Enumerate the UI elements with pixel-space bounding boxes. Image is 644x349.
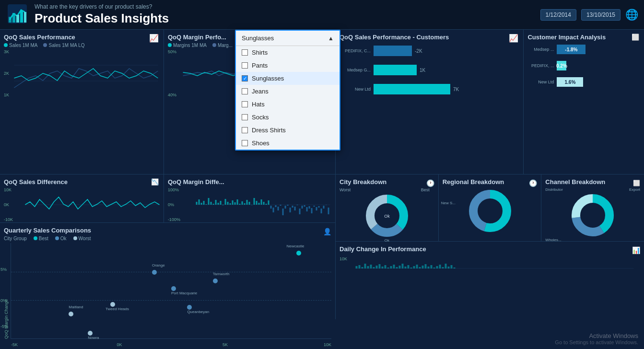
qoq-sales-diff-svg	[14, 187, 170, 222]
svg-rect-108	[436, 266, 438, 268]
dropdown-item-pants[interactable]: Pants	[236, 59, 340, 72]
svg-rect-60	[313, 206, 315, 207]
qoq-sales-diff-chart: 10K 0K -10K	[4, 187, 160, 222]
right-top-section: QoQ Sales Performance - Customers 📈 PEDI…	[336, 30, 644, 174]
channel-breakdown-donut: Wholes...	[545, 194, 640, 242]
y-label-2k: 2K	[4, 71, 9, 76]
svg-rect-107	[433, 268, 435, 268]
svg-rect-38	[260, 199, 262, 205]
svg-rect-16	[208, 198, 209, 205]
header-title: Product Sales Insights	[35, 11, 540, 26]
header-controls: 1/12/2014 13/10/2015 🌐	[540, 9, 638, 21]
dropdown-label-pants: Pants	[252, 62, 268, 69]
svg-rect-51	[292, 206, 293, 208]
daily-change-icon: 📊	[632, 246, 640, 254]
header-question: What are the key drivers of our product …	[35, 3, 540, 10]
wfall-label-newltd: New Ltd	[527, 80, 554, 84]
dropdown-checkbox-socks[interactable]	[242, 114, 248, 120]
svg-rect-54	[299, 209, 300, 214]
date-to[interactable]: 13/10/2015	[581, 9, 621, 21]
bar-label-pedifix: PEDIFIX, C...	[340, 48, 371, 53]
product-filter-dropdown[interactable]: Sunglasses ▲ Shirts Pants ✓ Sunglasses J…	[235, 30, 340, 151]
svg-rect-23	[224, 199, 226, 205]
qoq-sales-perf-chart: 3K 2K 1K	[4, 49, 160, 97]
dropdown-checkbox-shoes[interactable]	[242, 140, 248, 146]
scatter-point-queanbeyan: Queanbeyan	[187, 305, 192, 310]
svg-rect-94	[396, 267, 398, 268]
bar-fill-medsep	[374, 65, 417, 75]
regional-label-news: New S...	[441, 201, 456, 205]
svg-rect-101	[416, 265, 418, 268]
svg-rect-55	[301, 206, 303, 209]
bar-value-newltd: 7K	[453, 87, 459, 92]
bar-row-pedifix: PEDIFIX, C... -2K	[340, 46, 519, 56]
svg-rect-99	[410, 268, 412, 268]
dropdown-checkbox-hats[interactable]	[242, 101, 248, 107]
svg-rect-1	[9, 17, 12, 23]
dropdown-header[interactable]: Sunglasses ▲	[236, 31, 340, 46]
dropdown-checkbox-sunglasses[interactable]: ✓	[242, 75, 248, 81]
quarterly-header: Quarterly Sales Comparisons 👤	[4, 227, 331, 236]
globe-icon[interactable]: 🌐	[625, 9, 638, 21]
wfall-row-newltd: New Ltd 1.6%	[527, 77, 640, 87]
left-bottom-top: QoQ Sales Difference 📉 10K 0K -10K QoQ	[0, 174, 335, 223]
dropdown-label-shirts: Shirts	[252, 49, 268, 56]
dropdown-checkbox-pants[interactable]	[242, 62, 248, 69]
y-label-10k: 10K	[4, 187, 13, 192]
dropdown-item-shirts[interactable]: Shirts	[236, 46, 340, 59]
dropdown-checkbox-jeans[interactable]	[242, 88, 248, 94]
svg-rect-109	[439, 265, 441, 268]
svg-rect-44	[275, 205, 276, 207]
svg-rect-37	[258, 203, 259, 205]
svg-rect-62	[318, 206, 319, 208]
dropdown-item-shoes[interactable]: Shoes	[236, 137, 340, 150]
scatter-chart-area: QoQ Margin Change 5% 0% -5% Newcastle	[4, 243, 331, 339]
svg-rect-48	[284, 206, 286, 209]
header: What are the key drivers of our product …	[0, 0, 644, 30]
date-from[interactable]: 1/12/2014	[540, 9, 576, 21]
regional-breakdown-panel: Regional Breakdown 🕐 New S...	[439, 174, 542, 241]
svg-rect-102	[419, 267, 421, 268]
qoq-sales-diff-y-labels: 10K 0K -10K	[4, 187, 13, 222]
svg-rect-112	[448, 267, 450, 268]
svg-rect-64	[323, 206, 324, 209]
quarterly-sales-panel: Quarterly Sales Comparisons 👤 City Group…	[0, 223, 335, 343]
city-label-best: Best	[421, 187, 430, 192]
svg-rect-65	[325, 205, 327, 205]
customer-impact-chart: Medsep ... -1.8% PEDIFIX, ... 0.2% New L…	[527, 45, 640, 87]
svg-rect-98	[408, 265, 410, 268]
scatter-point-tamworth: Tamworth	[213, 279, 218, 283]
y-label-0pct: 0%	[168, 202, 180, 207]
dropdown-item-hats[interactable]: Hats	[236, 98, 340, 111]
dropdown-item-sunglasses[interactable]: ✓ Sunglasses	[236, 72, 340, 85]
y-label-neg10k: -10K	[4, 217, 13, 222]
customer-impact-title: Customer Impact Analysis	[527, 34, 640, 41]
dropdown-checkbox-shirts[interactable]	[242, 49, 248, 56]
svg-rect-45	[277, 207, 279, 210]
dropdown-checkbox-dress-shirts[interactable]	[242, 127, 248, 133]
dropdown-label-sunglasses: Sunglasses	[252, 75, 284, 82]
svg-rect-90	[385, 265, 386, 268]
channel-label-export: Export	[629, 187, 640, 192]
qoq-margin-diff-y-labels: 100% 0% -100%	[168, 187, 180, 222]
qoq-sales-diff-title: QoQ Sales Difference	[4, 178, 160, 186]
breakdown-row: City Breakdown 🕐 Worst Best Ok	[336, 174, 644, 242]
bar-label-newltd: New Ltd	[340, 87, 371, 92]
scatter-point-orange: Orange	[152, 270, 157, 275]
wfall-row-medsep: Medsep ... -1.8%	[527, 45, 640, 54]
svg-rect-56	[304, 205, 305, 207]
legend-city-group: City Group	[4, 236, 27, 241]
svg-rect-113	[451, 265, 453, 268]
svg-rect-93	[393, 265, 395, 268]
svg-rect-27	[234, 202, 235, 205]
dropdown-item-jeans[interactable]: Jeans	[236, 85, 340, 98]
qoq-sales-perf-svg	[12, 49, 160, 97]
dropdown-item-dress-shirts[interactable]: Dress Shirts	[236, 124, 340, 137]
dropdown-item-socks[interactable]: Socks	[236, 111, 340, 124]
svg-rect-61	[316, 207, 317, 210]
dropdown-chevron-up-icon[interactable]: ▲	[328, 35, 334, 42]
wfall-row-pedifix: PEDIFIX, ... 0.2%	[527, 61, 640, 70]
svg-rect-33	[248, 202, 250, 205]
daily-change-panel: Daily Change In Performance 📊 10K	[336, 242, 644, 319]
svg-rect-34	[251, 205, 252, 205]
